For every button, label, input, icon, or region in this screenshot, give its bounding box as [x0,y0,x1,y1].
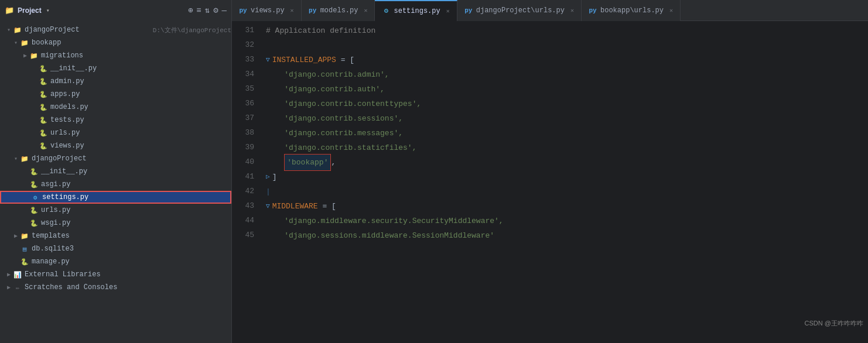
urls-bookapp-label: urls.py [50,129,231,137]
root-chevron: ▾ [5,26,13,33]
tree-views[interactable]: 🐍 views.py [0,139,231,152]
init-bookapp-label: __init__.py [50,64,231,73]
settings-tab-icon: ⚙ [382,7,390,15]
djangoproject-folder-icon: 📁 [20,154,29,163]
settings-tab-close[interactable]: ✕ [446,8,450,15]
tree-wsgi[interactable]: 🐍 wsgi.py [0,217,231,229]
code-line-34: 'django.contrib.admin', [266,67,863,82]
views-icon: 🐍 [39,141,48,150]
tab-settings[interactable]: ⚙ settings.py ✕ [375,0,457,21]
line33-eq: = [ [336,53,354,67]
line35-str: 'django.contrib.auth', [266,82,385,97]
code-line-37: 'django.contrib.sessions', [266,111,863,126]
line41-bracket: ] [272,170,277,184]
line43-var: MIDDLEWARE [272,199,318,214]
root-folder-icon: 📁 [13,25,22,35]
line40-indent [266,155,284,170]
tree-manage[interactable]: 🐍 manage.py [0,255,231,268]
tree-admin[interactable]: 🐍 admin.py [0,75,231,88]
root-path: D:\文件\djangoProject [153,26,231,35]
tree-db[interactable]: ▤ db.sqlite3 [0,242,231,255]
tree-init-django[interactable]: 🐍 __init__.py [0,165,231,178]
asgi-icon: 🐍 [29,180,39,189]
code-container[interactable]: 31 32 33 34 35 36 37 38 39 40 41 42 43 4… [232,21,868,343]
code-line-38: 'django.contrib.messages', [266,126,863,140]
tree-apps[interactable]: 🐍 apps.py [0,88,231,101]
settings-file-label: settings.py [42,193,230,201]
apps-label: apps.py [50,90,231,98]
settings-tab-label: settings.py [394,7,440,15]
project-tree[interactable]: ▾ 📁 djangoProject D:\文件\djangoProject ▾ … [0,21,231,343]
tree-root-project[interactable]: ▾ 📁 djangoProject D:\文件\djangoProject [0,23,231,36]
models-tab-icon: py [309,6,317,15]
tree-asgi[interactable]: 🐍 asgi.py [0,178,231,191]
tree-scratches[interactable]: ▶ ✏ Scratches and Consoles [0,281,231,294]
tree-models[interactable]: 🐍 models.py [0,101,231,114]
expand-icon[interactable]: ⇅ [205,5,210,15]
tree-settings[interactable]: ⚙ settings.py [0,191,231,204]
migrations-label: migrations [41,52,231,60]
tree-urls-bookapp[interactable]: 🐍 urls.py [0,126,231,139]
line42-cursor: | [266,184,271,199]
dropdown-arrow[interactable]: ▾ [46,7,50,14]
fold-43[interactable]: ▽ [266,199,270,214]
line34-str: 'django.contrib.admin', [266,67,389,82]
tree-djangoproject-folder[interactable]: ▾ 📁 djangoProject [0,152,231,165]
tab-django-urls[interactable]: py djangoProject\urls.py ✕ [457,0,582,21]
code-editor[interactable]: # Application definition ▽ INSTALLED_APP… [261,21,868,343]
tree-tests[interactable]: 🐍 tests.py [0,114,231,126]
code-line-42: | [266,184,863,199]
tab-views[interactable]: py views.py ✕ [232,0,302,21]
settings-icon[interactable]: ⚙ [213,5,218,15]
line44-str: 'django.middleware.security.SecurityMidd… [266,214,504,228]
editor-area: 31 32 33 34 35 36 37 38 39 40 41 42 43 4… [232,21,868,343]
tab-bookapp-urls[interactable]: py bookapp\urls.py ✕ [582,0,681,21]
manage-icon: 🐍 [20,257,29,266]
migrations-folder-icon: 📁 [29,51,39,60]
watermark: CSDN @王咋咋咋咋 [805,319,863,328]
tree-urls-django[interactable]: 🐍 urls.py [0,204,231,217]
locate-icon[interactable]: ⊕ [188,5,193,15]
init-bookapp-icon: 🐍 [39,64,48,73]
line-numbers: 31 32 33 34 35 36 37 38 39 40 41 42 43 4… [232,21,261,343]
line38-str: 'django.contrib.messages', [266,126,403,140]
models-tab-label: models.py [320,6,358,15]
root-label: djangoProject [25,26,151,34]
urls-bookapp-icon: 🐍 [39,128,48,138]
views-label: views.py [50,142,231,150]
tree-init-bookapp[interactable]: 🐍 __init__.py [0,62,231,75]
bookapp-urls-tab-close[interactable]: ✕ [669,7,673,14]
init-django-icon: 🐍 [29,167,39,176]
bookapp-label: bookapp [32,39,231,47]
bookapp-chevron: ▾ [12,39,20,46]
code-line-39: 'django.contrib.staticfiles', [266,140,863,155]
django-urls-tab-label: djangoProject\urls.py [476,6,565,15]
templates-label: templates [32,232,231,240]
tree-bookapp[interactable]: ▾ 📁 bookapp [0,36,231,49]
fold-41[interactable]: ▷ [266,170,270,184]
main-area: ▾ 📁 djangoProject D:\文件\djangoProject ▾ … [0,21,868,343]
admin-icon: 🐍 [39,77,48,86]
apps-icon: 🐍 [39,90,48,99]
tests-icon: 🐍 [39,115,48,125]
init-django-label: __init__.py [41,167,231,176]
code-line-33: ▽ INSTALLED_APPS = [ [266,53,863,67]
tab-models[interactable]: py models.py ✕ [302,0,375,21]
django-urls-tab-icon: py [464,6,473,15]
external-libs-label: External Libraries [25,270,231,279]
views-tab-close[interactable]: ✕ [291,7,294,14]
line37-str: 'django.contrib.sessions', [266,111,403,126]
minimize-icon[interactable]: — [222,6,227,15]
code-line-41: ▷ ] [266,170,863,184]
tree-external-libs[interactable]: ▶ 📊 External Libraries [0,268,231,281]
fold-33[interactable]: ▽ [266,53,270,67]
code-line-35: 'django.contrib.auth', [266,82,863,97]
line33-var: INSTALLED_APPS [272,53,336,67]
tree-migrations[interactable]: ▶ 📁 migrations [0,49,231,62]
collapse-icon[interactable]: ≡ [196,6,201,15]
code-line-43: ▽ MIDDLEWARE = [ [266,199,863,214]
views-tab-label: views.py [251,6,285,15]
tree-templates[interactable]: ▶ 📁 templates [0,229,231,242]
models-tab-close[interactable]: ✕ [364,7,367,14]
django-urls-tab-close[interactable]: ✕ [570,7,574,14]
